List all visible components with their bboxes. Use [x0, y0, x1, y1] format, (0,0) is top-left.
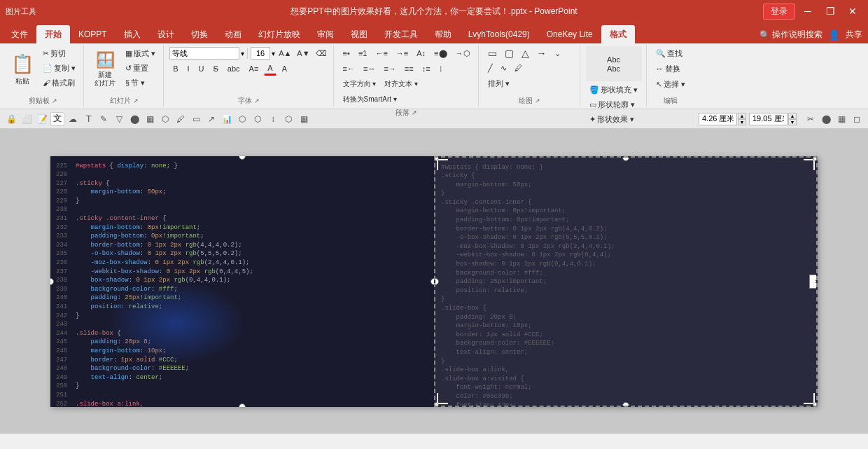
shape-rounded-button[interactable]: ▢	[501, 46, 517, 60]
expand-right-button[interactable]: ›	[809, 275, 818, 289]
section-button[interactable]: §节 ▾	[122, 76, 159, 90]
shape-curve-button[interactable]: ∿	[497, 61, 510, 75]
strikethrough-button[interactable]: S	[209, 62, 221, 76]
left-image-panel[interactable]: 225#wpstats { display: none; } 226 227.s…	[50, 156, 434, 407]
crop-btn[interactable]: ✂	[804, 112, 818, 126]
restore-button[interactable]: ❐	[820, 4, 840, 18]
handle-top-center[interactable]	[239, 156, 246, 160]
text-align-button[interactable]: ≡⬤	[430, 46, 450, 60]
find-button[interactable]: 🔍 查找	[652, 46, 686, 60]
slide-canvas[interactable]: 225#wpstats { display: none; } 226 227.s…	[0, 129, 868, 434]
hex-btn[interactable]: ⬡	[158, 112, 172, 126]
tab-animations[interactable]: 动画	[216, 25, 250, 43]
filter-btn[interactable]: ⬤	[819, 112, 833, 126]
handle-middle-left[interactable]	[50, 278, 54, 285]
tab-devtools[interactable]: 开发工具	[376, 25, 426, 43]
font-name-dropdown-icon[interactable]: ▾	[241, 50, 244, 57]
height-down-btn[interactable]: ▼	[788, 119, 797, 125]
tab-help[interactable]: 帮助	[426, 25, 460, 43]
arrange-button[interactable]: 排列 ▾	[484, 76, 513, 90]
width-down-btn[interactable]: ▼	[738, 119, 746, 125]
align-center-button[interactable]: ≡↔	[360, 62, 379, 76]
decrease-font-button[interactable]: A▼	[295, 46, 312, 60]
right-image-panel[interactable]: #wpstats { display: none; } .sticky { ma…	[434, 156, 818, 407]
handle-tc[interactable]	[622, 156, 629, 161]
shape-outline-button[interactable]: ▭ 形状轮廓 ▾	[586, 97, 641, 111]
login-button[interactable]: 登录	[763, 4, 795, 20]
format-painter-button[interactable]: 🖌格式刷	[39, 76, 79, 90]
replace-button[interactable]: ↔ 替换	[652, 62, 684, 76]
circle-btn[interactable]: ⬤	[127, 112, 141, 126]
bullet-list-button[interactable]: ≡•	[340, 46, 354, 60]
shadow-button[interactable]: abc	[224, 62, 244, 76]
shape-line-button[interactable]: ╱	[484, 61, 496, 75]
increase-font-button[interactable]: A▲	[276, 46, 293, 60]
font-size-input[interactable]	[251, 47, 270, 60]
close-button[interactable]: ✕	[843, 4, 862, 18]
spacing-button[interactable]: A≡	[246, 62, 262, 76]
clear-format-button[interactable]: ⌫	[314, 46, 329, 60]
pencil-btn[interactable]: ✎	[97, 112, 111, 126]
tab-koppt[interactable]: KOPPT	[70, 25, 115, 43]
align-left-button[interactable]: ≡←	[340, 62, 358, 76]
font-size-dropdown-icon[interactable]: ▾	[272, 50, 275, 57]
cut-button[interactable]: ✂剪切	[39, 46, 79, 60]
pattern-btn[interactable]: ⬡	[281, 112, 295, 126]
align-text-button[interactable]: 对齐文本 ▾	[381, 77, 421, 91]
select-button[interactable]: ↖ 选择 ▾	[652, 77, 689, 91]
bold-button[interactable]: B	[169, 62, 181, 76]
tab-file[interactable]: 文件	[3, 25, 36, 43]
hex2-btn[interactable]: ⬡	[235, 112, 249, 126]
shape-more-button[interactable]: ⌄	[551, 46, 564, 60]
dropdown-btn[interactable]: ▽	[112, 112, 126, 126]
convert-smartart-button2[interactable]: 转换为SmartArt ▾	[340, 92, 400, 106]
width-input[interactable]	[699, 113, 737, 125]
grid-btn[interactable]: ▦	[143, 112, 157, 126]
tab-onekey[interactable]: OneKey Lite	[538, 25, 601, 43]
width-up-btn[interactable]: ▲	[738, 113, 746, 119]
hex3-btn[interactable]: ⬡	[251, 112, 265, 126]
handle-bc[interactable]	[622, 402, 629, 407]
new-slide-button[interactable]: 🪟 新建幻灯片	[90, 46, 120, 92]
font-name-input[interactable]	[169, 47, 239, 60]
italic-button[interactable]: I	[183, 62, 192, 76]
column-button[interactable]: ⫶	[435, 62, 447, 76]
pen-btn[interactable]: 🖊	[174, 112, 188, 126]
align-right-button[interactable]: ≡→	[380, 62, 399, 76]
tab-design[interactable]: 设计	[149, 25, 183, 43]
convert-smartart-button[interactable]: →⬡	[452, 46, 474, 60]
reset-button[interactable]: ↺重置	[122, 61, 159, 75]
shape-freeform-button[interactable]: 🖊	[511, 61, 526, 75]
shape-rect-button[interactable]: ▭	[484, 46, 500, 60]
handle-ml[interactable]	[434, 278, 439, 285]
resize-btn[interactable]: ↕	[266, 112, 280, 126]
shape-arrow-button[interactable]: →	[533, 46, 550, 60]
tab-format[interactable]: 格式	[601, 25, 635, 43]
textcolor-button[interactable]: A	[279, 62, 290, 76]
layout-button[interactable]: ▦版式 ▾	[122, 46, 159, 60]
height-input[interactable]	[749, 113, 788, 125]
indent-more-button[interactable]: →≡	[393, 46, 412, 60]
quickstyles-gallery[interactable]: Abc Abc	[586, 46, 642, 81]
lock-icon-btn[interactable]: 🔒	[4, 112, 18, 126]
shape-effect-button[interactable]: ✦ 形状效果 ▾	[586, 112, 641, 126]
height-up-btn[interactable]: ▲	[788, 113, 797, 119]
numbered-list-button[interactable]: ≡1	[355, 46, 371, 60]
tab-slideshow[interactable]: 幻灯片放映	[250, 25, 309, 43]
cloud-btn[interactable]: ☁	[66, 112, 80, 126]
search-bar[interactable]: 🔍 操作说明搜索	[760, 29, 822, 41]
line-spacing-button[interactable]: ↕≡	[419, 62, 434, 76]
rect-btn[interactable]: ▭	[189, 112, 203, 126]
text-direction-button[interactable]: A↕	[413, 46, 429, 60]
shape-fill-button[interactable]: 🪣 形状填充 ▾	[586, 83, 641, 97]
align-options-button[interactable]: 文字方向 ▾	[340, 77, 380, 91]
tab-insert[interactable]: 插入	[115, 25, 149, 43]
tab-transitions[interactable]: 切换	[183, 25, 216, 43]
underline-button[interactable]: U	[195, 62, 208, 76]
paste-button[interactable]: 📋 粘贴	[7, 46, 38, 92]
text-btn[interactable]: 文	[50, 112, 64, 126]
shape-triangle-button[interactable]: △	[518, 46, 533, 60]
table-btn[interactable]: ▦	[297, 112, 311, 126]
format-btn2[interactable]: 𝖳	[81, 112, 95, 126]
share-label[interactable]: 共享	[846, 29, 862, 41]
